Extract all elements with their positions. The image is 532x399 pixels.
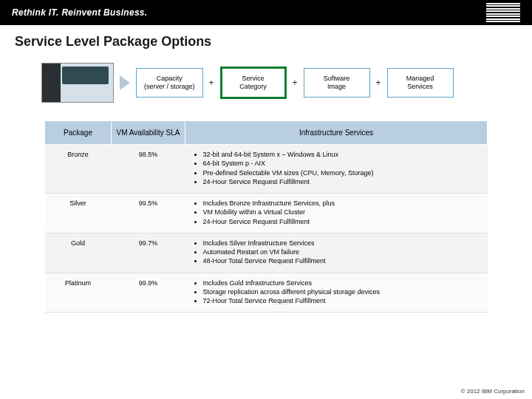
page-title: Service Level Package Options (15, 34, 517, 50)
cell-services: 32-bit and 64-bit System x – Windows & L… (185, 145, 488, 194)
table-row: Gold99.7%Includes Silver Infrastructure … (45, 233, 488, 273)
table-row: Platinum99.9%Includes Gold Infrastructur… (45, 273, 488, 313)
flow-box-label: Software (324, 75, 350, 82)
package-table: Package VM Availability SLA Infrastructu… (44, 120, 488, 313)
arrow-icon (120, 75, 130, 90)
flow-box-label: Service (242, 75, 265, 82)
tagline: Rethink IT. Reinvent Business. (12, 7, 147, 18)
flow-box-sub: Image (327, 83, 346, 90)
flow-box-software-image: Software Image (304, 68, 370, 98)
cell-services: Includes Gold Infrastructure ServicesSto… (185, 273, 488, 313)
copyright: © 2012 IBM Corporation (461, 388, 525, 395)
service-item: 24-Hour Service Request Fulfillment (203, 178, 480, 186)
flow-box-sub: Category (239, 83, 267, 90)
cell-package: Bronze (45, 145, 112, 194)
service-item: 64-bit System p - AIX (203, 160, 480, 168)
service-item: 32-bit and 64-bit System x – Windows & L… (203, 151, 480, 159)
service-item: Includes Silver Infrastructure Services (203, 239, 480, 248)
cell-services: Includes Bronze Infrastructure Services,… (185, 194, 488, 233)
service-item: Includes Gold Infrastructure Services (203, 279, 480, 287)
flow-box-service-category: Service Category (220, 66, 287, 100)
th-services: Infrastructure Services (185, 121, 488, 145)
table-body: Bronze98.5%32-bit and 64-bit System x – … (45, 145, 488, 313)
plus-icon: + (209, 78, 214, 88)
service-item: Automated Restart on VM failure (203, 248, 480, 256)
top-bar: Rethink IT. Reinvent Business. (0, 0, 532, 25)
th-package: Package (45, 121, 112, 145)
service-item: Storage replication across different phy… (203, 288, 480, 296)
cell-package: Silver (45, 194, 112, 233)
plus-icon: + (293, 78, 298, 88)
cell-sla: 98.5% (112, 145, 185, 194)
ibm-logo-icon (486, 3, 520, 23)
service-item: 24-Hour Service Request Fulfillment (203, 218, 480, 226)
screenshot-thumbnail (41, 63, 114, 103)
cell-services: Includes Silver Infrastructure ServicesA… (185, 233, 488, 273)
table-row: Bronze98.5%32-bit and 64-bit System x – … (45, 145, 488, 194)
cell-sla: 99.5% (112, 194, 185, 233)
flow-box-label: Managed (406, 75, 434, 82)
cell-package: Platinum (45, 273, 112, 313)
flow-row: Capacity (server / storage) + Service Ca… (15, 63, 517, 103)
service-item: VM Mobility within a Virtual Cluster (203, 208, 480, 216)
cell-sla: 99.9% (112, 273, 185, 313)
flow-box-sub: Services (407, 83, 433, 90)
plus-icon: + (376, 78, 381, 88)
service-item: Includes Bronze Infrastructure Services,… (203, 200, 480, 208)
table-row: Silver99.5%Includes Bronze Infrastructur… (45, 194, 488, 233)
service-item: Pre-defined Selectable VM sizes (CPU, Me… (203, 169, 480, 177)
cell-sla: 99.7% (112, 233, 185, 273)
flow-box-sub: (server / storage) (144, 83, 195, 90)
service-item: 72-Hour Total Service Request Fulfillmen… (203, 297, 480, 305)
cell-package: Gold (45, 233, 112, 273)
flow-box-capacity: Capacity (server / storage) (136, 68, 203, 98)
slide-content: Service Level Package Options Capacity (… (0, 25, 532, 313)
service-item: 48-Hour Total Service Request Fulfillmen… (203, 257, 480, 265)
th-sla: VM Availability SLA (112, 121, 185, 145)
flow-box-managed-services: Managed Services (387, 68, 454, 98)
flow-box-label: Capacity (157, 75, 183, 82)
table-header-row: Package VM Availability SLA Infrastructu… (45, 121, 488, 145)
